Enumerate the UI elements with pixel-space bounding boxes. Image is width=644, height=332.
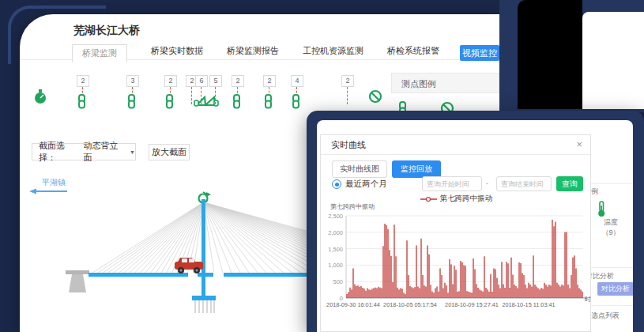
chevron-down-icon: ▼ (130, 149, 135, 155)
top-right-window (499, 0, 644, 112)
white-region (582, 12, 644, 109)
radio-last-two-months[interactable] (332, 179, 341, 189)
svg-text:时间: 时间 (585, 296, 591, 303)
sensor-count-badge: 5 (209, 75, 222, 87)
sensor-marker-3[interactable]: 3 (126, 75, 150, 104)
thermometer-icon (595, 201, 627, 217)
direction-label: 平湖镇 (42, 177, 66, 188)
chain-icon (75, 94, 88, 109)
section-select-label: 截面选择： (32, 140, 77, 164)
chain-icon (262, 94, 274, 109)
svg-text:1,000: 1,000 (328, 262, 343, 269)
main-tab-1[interactable]: 桥梁监测 (72, 44, 127, 62)
svg-text:2018-09-30 16:01:44: 2018-09-30 16:01:44 (326, 301, 380, 308)
dialog-tab-bar: 实时曲线图 监控回放 (332, 160, 441, 178)
svg-text:2,000: 2,000 (328, 229, 343, 236)
dotted-leader (191, 87, 192, 104)
tab-monitor-playback[interactable]: 监控回放 (392, 160, 441, 178)
divider (586, 305, 633, 306)
end-time-input[interactable] (496, 176, 552, 191)
divider (586, 267, 633, 268)
screen: 芜湖长江大桥 桥梁监测桥梁实时数据桥梁监测报告工控机资源监测桥检系统报警 视频监… (0, 0, 644, 332)
main-tab-2[interactable]: 桥梁实时数据 (151, 45, 203, 57)
radio-label: 最近两个月 (345, 179, 387, 190)
temperature-block[interactable]: 温度 （9） (595, 201, 627, 238)
temperature-label: 温度 (595, 217, 627, 228)
video-monitor-button[interactable]: 视频监控 (460, 45, 499, 61)
svg-text:2018-10-15 11:03:41: 2018-10-15 11:03:41 (502, 301, 555, 308)
section-select-value: 动态背立面 (84, 140, 122, 164)
chain-icon (125, 94, 137, 109)
sensor-count-badge: 3 (126, 75, 139, 87)
main-tab-4[interactable]: 工控机资源监测 (303, 45, 363, 57)
temperature-count: （9） (595, 228, 627, 238)
pier (66, 270, 89, 274)
sensor-count-badge: 2 (77, 75, 89, 87)
main-tab-3[interactable]: 桥梁监测报告 (227, 45, 279, 57)
compare-analysis-button[interactable]: 对比分析 (597, 282, 633, 296)
svg-text:第七跨跨中振动: 第七跨跨中振动 (330, 203, 375, 210)
close-icon[interactable]: × (576, 138, 582, 150)
sensor-count-badge: 2 (263, 75, 276, 87)
legend-line-icon (420, 196, 437, 202)
svg-text:1,500: 1,500 (328, 246, 343, 253)
ban-icon (368, 89, 382, 104)
sensor-marker-9[interactable]: 2 (263, 75, 287, 104)
sensor-marker-10[interactable]: 4 (291, 75, 314, 104)
popup-content: 图例 温度 （9） 对比分析 对比分析 备选点列表 实时曲线 × 实时曲线图 监… (317, 120, 633, 332)
sensor-count-badge: 2 (232, 75, 244, 87)
start-time-input[interactable] (422, 176, 482, 191)
sensor-count-badge: 6 (195, 75, 208, 87)
sensor-count-badge: 4 (291, 75, 303, 87)
range-separator: - (486, 179, 488, 187)
main-tab-bar: 桥梁监测桥梁实时数据桥梁监测报告工控机资源监测桥检系统报警 (20, 43, 499, 60)
svg-text:2,500: 2,500 (328, 213, 343, 220)
chain-icon (163, 94, 175, 109)
sensor-marker-4[interactable]: 2 (164, 75, 188, 104)
zoom-section-button[interactable]: 放大截面 (149, 144, 190, 160)
svg-text:2018-10-09 15:27:41: 2018-10-09 15:27:41 (445, 301, 499, 308)
point-legend-title: 测点图例 (391, 73, 499, 93)
page-title: 芜湖长江大桥 (73, 24, 140, 38)
sensor-marker-2[interactable]: 2 (77, 75, 100, 104)
sensor-marker-8[interactable]: 2 (232, 75, 255, 104)
vibration-chart: 第七跨跨中振动05001,0001,5002,0002,5002018-09-3… (321, 203, 591, 331)
tab-realtime-curve[interactable]: 实时曲线图 (332, 160, 387, 178)
svg-text:2018-10-05 05:17:54: 2018-10-05 05:17:54 (383, 301, 437, 308)
dotted-leader (215, 87, 216, 104)
query-button[interactable]: 查询 (556, 176, 583, 191)
main-tab-5[interactable]: 桥检系统报警 (387, 45, 439, 57)
black-region (518, 0, 582, 109)
query-controls: 最近两个月 (332, 179, 387, 190)
sensor-count-badge: 2 (164, 75, 177, 87)
chain-icon (230, 94, 243, 109)
dialog-title: 实时曲线 (321, 135, 590, 155)
section-select[interactable]: 截面选择： 动态背立面 ▼ (32, 143, 136, 160)
dotted-leader (347, 87, 348, 104)
sensor-count-badge: 2 (341, 75, 354, 87)
svg-text:500: 500 (333, 278, 343, 285)
realtime-curve-dialog: 实时曲线 × 实时曲线图 监控回放 最近两个月 - 查询 (320, 134, 591, 332)
divider (586, 183, 633, 184)
gauge-icon (34, 89, 47, 104)
car (175, 258, 203, 274)
sensor-marker-11[interactable]: 2 (341, 75, 365, 104)
chain-icon (289, 94, 302, 109)
popup-window: 图例 温度 （9） 对比分析 对比分析 备选点列表 实时曲线 × 实时曲线图 监… (307, 111, 644, 332)
